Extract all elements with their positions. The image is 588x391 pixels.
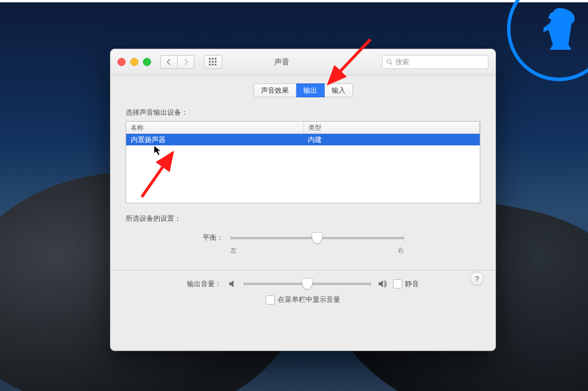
back-button[interactable] [160, 55, 177, 69]
balance-slider[interactable] [230, 237, 404, 239]
column-name[interactable]: 名称 [126, 122, 304, 133]
device-type: 内建 [303, 134, 480, 145]
minimize-button[interactable] [130, 58, 138, 66]
balance-thumb[interactable] [311, 232, 323, 244]
window-title: 声音 [188, 57, 376, 67]
tab-sound-effects[interactable]: 声音效果 [253, 83, 296, 97]
titlebar: 声音 搜索 [111, 49, 495, 75]
selected-device-settings-label: 所选设备的设置： [126, 214, 480, 224]
balance-right-label: 右 [398, 246, 404, 255]
close-button[interactable] [117, 58, 126, 66]
screen-top-edge [0, 0, 588, 2]
show-volume-in-menubar[interactable]: 在菜单栏中显示音量 [126, 295, 480, 305]
corner-badge [507, 0, 588, 81]
traffic-lights [117, 58, 151, 66]
tab-bar: 声音效果 输出 输入 [126, 83, 480, 97]
sound-preferences-window: 声音 搜索 声音效果 输出 输入 选择声音输出设备： 名称 类型 内置扬声器 [110, 49, 496, 351]
zoom-button[interactable] [143, 58, 151, 66]
svg-line-10 [391, 63, 392, 65]
balance-lr-labels: 左 右 [126, 246, 480, 255]
balance-label: 平衡： [203, 233, 223, 243]
search-icon [386, 59, 393, 65]
speaker-high-icon [377, 279, 387, 289]
help-button[interactable]: ? [470, 272, 484, 286]
output-volume-row: 输出音量： 静音 [126, 279, 480, 289]
device-table-header: 名称 类型 [126, 122, 480, 134]
volume-thumb[interactable] [302, 278, 313, 290]
output-volume-slider[interactable] [244, 283, 371, 285]
chevron-left-icon [167, 59, 171, 65]
search-field[interactable]: 搜索 [382, 55, 488, 69]
desktop-background: 声音 搜索 声音效果 输出 输入 选择声音输出设备： 名称 类型 内置扬声器 [0, 0, 588, 391]
output-volume-label: 输出音量： [187, 279, 222, 289]
divider [111, 270, 495, 271]
search-placeholder: 搜索 [395, 57, 409, 67]
device-name: 内置扬声器 [126, 134, 303, 145]
speaker-low-icon [227, 279, 238, 289]
balance-row: 平衡： [126, 233, 480, 243]
knight-icon [533, 3, 585, 55]
device-row-internal-speakers[interactable]: 内置扬声器 内建 [126, 134, 480, 145]
device-table[interactable]: 名称 类型 内置扬声器 内建 [126, 121, 480, 203]
mute-checkbox[interactable]: 静音 [393, 279, 419, 289]
choose-device-label: 选择声音输出设备： [126, 108, 480, 118]
svg-point-9 [387, 60, 391, 64]
column-type[interactable]: 类型 [304, 122, 480, 133]
window-body: 声音效果 输出 输入 选择声音输出设备： 名称 类型 内置扬声器 内建 所选设备… [111, 75, 495, 315]
balance-left-label: 左 [230, 246, 237, 255]
tab-input[interactable]: 输入 [325, 83, 353, 97]
tab-output[interactable]: 输出 [296, 83, 325, 97]
